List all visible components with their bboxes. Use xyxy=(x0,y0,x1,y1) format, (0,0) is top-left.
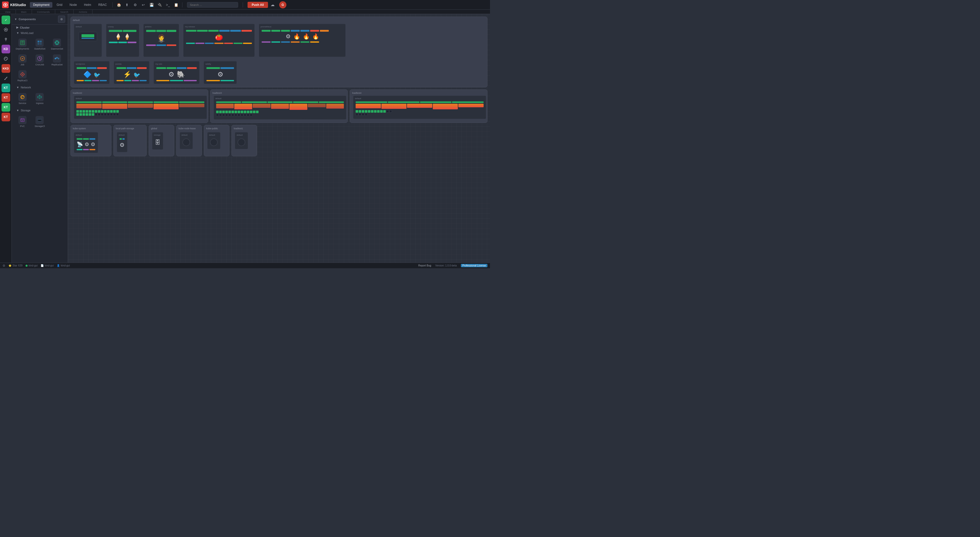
status-bar: ⚙ ⭐ Star 639 kind-gui 📄 kind-gui 👤 kind-… xyxy=(0,263,490,268)
sidebar-item-kt3[interactable]: KT xyxy=(2,103,10,112)
user-icon: 👤 xyxy=(57,264,60,267)
component-service[interactable]: Service xyxy=(14,91,31,106)
deployments-label: Deployments xyxy=(16,48,29,50)
nav-divider-1 xyxy=(112,2,113,7)
sidebar-item-kd[interactable]: KD xyxy=(2,45,10,53)
nav-tab-grid[interactable]: Grid xyxy=(53,2,65,8)
storage-section-header[interactable]: ▼ Storage xyxy=(12,108,68,113)
ns-loadtest3: loadtest3 default xyxy=(210,89,348,123)
workload-label: WorkLoad xyxy=(21,32,33,35)
settings-icon[interactable]: ⚙ xyxy=(132,1,139,8)
workload-section: ▼ WorkLoad Deployments xyxy=(12,30,68,85)
svg-point-37 xyxy=(38,118,41,120)
default-workload[interactable] xyxy=(79,32,97,41)
service-icon xyxy=(18,93,27,101)
nav-tab-node[interactable]: Node xyxy=(67,2,80,8)
status-gear-icon[interactable]: ⚙ xyxy=(3,264,5,267)
panel-title[interactable]: ▼ Components xyxy=(14,17,36,21)
sidebar-item-kt1[interactable]: KT xyxy=(2,84,10,92)
namespace-icon: 📄 xyxy=(41,264,44,267)
canvas-scroll[interactable]: default default cros xyxy=(70,17,487,260)
sidebar-item-kkd[interactable]: KKD xyxy=(2,64,10,73)
ns-joomla: joomla ⚡ 🐦 xyxy=(114,61,150,84)
terminal-icon[interactable]: >_ xyxy=(164,1,172,8)
report-bug-link[interactable]: Report Bug xyxy=(418,264,431,267)
bottom-row: kube-system default 📡 ⚙ xyxy=(70,125,487,156)
ns-kube-public: kube-public default xyxy=(204,125,229,156)
component-ingress[interactable]: Ingress xyxy=(32,91,48,106)
workload-arrow-icon: ▼ xyxy=(16,32,19,35)
network-label: Network xyxy=(21,86,31,89)
svg-point-19 xyxy=(57,41,57,41)
component-replicaset[interactable]: ReplicaSet xyxy=(49,53,65,68)
svg-rect-11 xyxy=(21,41,24,43)
user-avatar[interactable]: G xyxy=(279,1,286,8)
search-input[interactable] xyxy=(187,2,238,8)
component-cronjob[interactable]: CronJob xyxy=(32,53,48,68)
network-grid: Service Ingress xyxy=(12,90,68,108)
nav-tab-deployment[interactable]: Deployment xyxy=(30,2,52,8)
sidebar-item-location[interactable] xyxy=(2,35,10,44)
loadtest4-pod-grid xyxy=(356,110,484,116)
svg-rect-16 xyxy=(40,43,41,45)
sub-nav-actions-label: Actions xyxy=(79,11,87,13)
storage-grid: PVC StorageCl xyxy=(12,113,68,131)
log-icon[interactable]: 📋 xyxy=(172,1,180,8)
status-star[interactable]: ⭐ Star 639 xyxy=(8,264,22,267)
component-statefulset[interactable]: StatefulSet xyxy=(32,37,48,52)
ns-my-odo-content: ⚙ 🐘 xyxy=(155,66,198,82)
plugin-icon[interactable]: 🔌 xyxy=(156,1,163,8)
cluster-section-header[interactable]: ▶ Cluster xyxy=(12,24,68,30)
ns-wildfly: wildfly ⚙ xyxy=(204,61,237,84)
sidebar-item-network[interactable] xyxy=(2,25,10,34)
sub-nav-search-label: Search xyxy=(60,11,68,13)
loadtest3-pod-grid xyxy=(216,111,344,116)
app-logo[interactable]: K8Studio xyxy=(2,2,26,8)
ns-loadtest2-inner: default xyxy=(74,95,207,119)
component-storagecl[interactable]: StorageCl xyxy=(32,114,48,129)
ns-default-label: default xyxy=(76,25,100,28)
undo-icon[interactable]: ↩ xyxy=(140,1,147,8)
network-section-header[interactable]: ▼ Network xyxy=(12,85,68,90)
ingress-icon xyxy=(35,93,44,101)
svg-point-21 xyxy=(57,44,57,45)
ns-wildfly-content: ⚙ xyxy=(205,66,235,82)
loadtest4-label: loadtest4 xyxy=(352,92,485,94)
push-all-button[interactable]: Push All xyxy=(248,2,268,8)
ns-my-release-label: my-release xyxy=(185,25,253,28)
main-namespace-container: default default cros xyxy=(70,17,487,87)
sub-nav-commands: Commands xyxy=(32,10,55,14)
sidebar-item-check[interactable]: ✓ xyxy=(2,16,10,24)
sidebar-item-tool[interactable] xyxy=(2,74,10,83)
ns-wordpress-content: 🔷 🐦 xyxy=(76,66,108,82)
statefulset-label: StatefulSet xyxy=(34,48,45,50)
component-job[interactable]: Job xyxy=(14,53,31,68)
sidebar-item-kt4[interactable]: KT xyxy=(2,113,10,121)
nav-tab-rbac[interactable]: RBAC xyxy=(95,2,110,8)
filter-button[interactable]: ⊛ xyxy=(58,16,65,23)
ns-my-odo: my-odo ⚙ 🐘 xyxy=(154,61,199,84)
canvas-area[interactable]: default default cros xyxy=(68,14,490,263)
ns-crossy-label: crossy xyxy=(108,25,137,28)
component-daemonset[interactable]: DaemonSet xyxy=(49,37,65,52)
workload-section-header[interactable]: ▼ WorkLoad xyxy=(12,30,68,35)
ns-prometheus-content: ⚙ 🔥 🔥 🔥 xyxy=(261,29,344,44)
cloud-icon[interactable]: ☁ xyxy=(269,1,276,8)
upload-icon[interactable]: ⬆ xyxy=(123,1,130,8)
svg-point-20 xyxy=(58,43,59,43)
nav-tab-helm[interactable]: Helm xyxy=(81,2,94,8)
component-deployments[interactable]: Deployments xyxy=(14,37,31,52)
save-icon[interactable]: 💾 xyxy=(148,1,155,8)
ns-local-path-storage: local-path-storage default ⚙ xyxy=(113,125,146,156)
component-pvc[interactable]: PVC xyxy=(14,114,31,129)
replicact-label: ReplicaCt xyxy=(18,79,27,82)
kube-system-label: kube-system xyxy=(73,127,109,130)
main-ns-label: default xyxy=(73,19,485,21)
quick-sidebar: ✓ KD KKD xyxy=(0,14,12,263)
sidebar-item-palette[interactable] xyxy=(2,54,10,63)
ns-loadtest2: loadtest2 default xyxy=(70,89,208,123)
sidebar-item-kt2[interactable]: KT xyxy=(2,93,10,102)
component-replicact[interactable]: ReplicaCt xyxy=(14,69,31,84)
home-icon[interactable]: 🏠 xyxy=(115,1,123,8)
logo-icon xyxy=(2,2,9,8)
